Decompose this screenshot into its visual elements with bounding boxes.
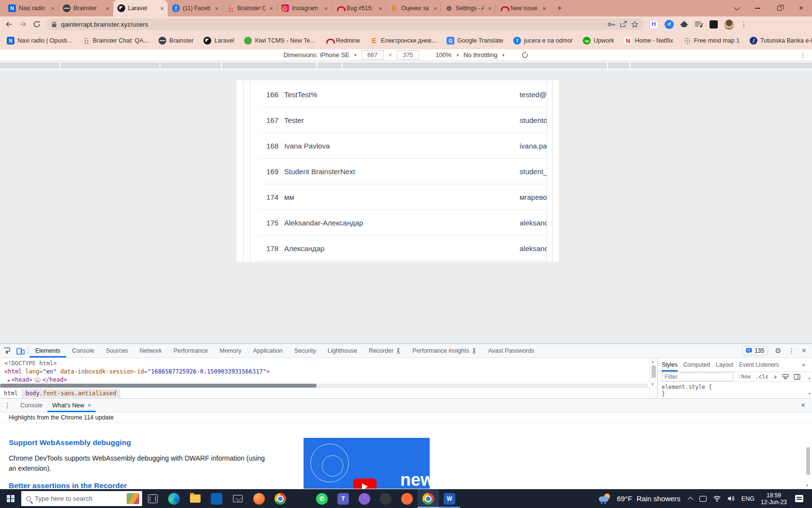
- password-key-icon[interactable]: [608, 22, 616, 27]
- elements-dom-tree[interactable]: <!DOCTYPE html> <html lang="en" data-inb…: [0, 358, 649, 398]
- toggle-hover-state-button[interactable]: :hov: [738, 374, 751, 380]
- start-button[interactable]: [0, 489, 21, 508]
- horizontal-scrollbar[interactable]: [0, 384, 648, 388]
- devtools-tab-performance-insights[interactable]: Performance insights: [406, 344, 482, 358]
- bookmark-item[interactable]: GGoogle Translate: [447, 37, 503, 45]
- breadcrumb-html[interactable]: html: [0, 390, 22, 397]
- volume-icon[interactable]: [727, 495, 735, 502]
- bookmark-item[interactable]: Free mind map 1: [683, 37, 740, 45]
- tab-event-listeners[interactable]: Event Listeners: [739, 361, 779, 368]
- drawer-kebab-icon[interactable]: ⋮: [4, 402, 11, 409]
- devtools-tab-memory[interactable]: Memory: [214, 344, 247, 358]
- drawer-scrollbar[interactable]: ▾: [805, 438, 811, 488]
- taskbar-app-dark[interactable]: [375, 489, 396, 508]
- close-icon[interactable]: ×: [214, 5, 219, 12]
- bookmark-item[interactable]: fjucera e na odmor: [513, 37, 573, 45]
- article-link-webassembly[interactable]: Support WebAssembly debugging: [9, 438, 131, 447]
- close-icon[interactable]: ×: [159, 5, 165, 12]
- close-icon[interactable]: ×: [432, 5, 438, 12]
- playlist-icon[interactable]: [695, 21, 703, 28]
- taskbar-app-word[interactable]: W: [439, 489, 460, 508]
- scroll-down-arrow-icon[interactable]: ▾: [806, 483, 809, 488]
- close-icon[interactable]: ×: [104, 5, 110, 12]
- browser-tab-active[interactable]: Laravel×: [113, 0, 168, 16]
- tray-chevron-up-icon[interactable]: [688, 496, 693, 502]
- device-toolbar-kebab-icon[interactable]: ⋮: [799, 51, 806, 59]
- bookmark-item[interactable]: Brainster: [159, 37, 193, 45]
- devtools-tab-performance[interactable]: Performance: [168, 344, 214, 358]
- profile-avatar[interactable]: [724, 19, 734, 30]
- tab-styles[interactable]: Styles: [662, 358, 678, 372]
- zoom-select[interactable]: 100%: [435, 51, 451, 59]
- device-toolbar-toggle-icon[interactable]: [14, 344, 27, 358]
- bookmark-item[interactable]: Brainster Chat: QA...: [82, 37, 148, 45]
- bookmark-item[interactable]: EЕлектронски днев...: [370, 37, 436, 45]
- devtools-settings-gear-icon[interactable]: ⚙: [775, 346, 781, 355]
- device-dimensions-select[interactable]: Dimensions: iPhone SE: [283, 51, 349, 59]
- bookmark-item[interactable]: NHome - Netflix: [624, 37, 673, 45]
- browser-tab[interactable]: Brainster×: [58, 0, 113, 16]
- viewport-width-input[interactable]: [362, 50, 384, 60]
- browser-menu-kebab-icon[interactable]: ⋮: [740, 20, 747, 28]
- weather-widget[interactable]: 69°F Rain showers: [599, 493, 681, 504]
- search-decoration-image[interactable]: [127, 493, 139, 504]
- browser-tab[interactable]: NNaxi radio | Op×: [4, 0, 58, 16]
- more-tabs-chevron-icon[interactable]: »: [802, 361, 805, 368]
- close-icon[interactable]: ×: [87, 402, 91, 409]
- close-icon[interactable]: ×: [323, 5, 329, 12]
- bookmark-item[interactable]: NNaxi radio | Opusti...: [7, 37, 72, 45]
- devtools-kebab-icon[interactable]: ⋮: [788, 347, 795, 355]
- taskbar-app-chrome[interactable]: [270, 489, 291, 508]
- media-query-bar[interactable]: [0, 61, 812, 70]
- viewport-height-input[interactable]: [397, 50, 419, 60]
- browser-tab[interactable]: f(11) Facebook×: [168, 0, 222, 16]
- extension-h-icon[interactable]: H: [649, 20, 658, 29]
- browser-tab[interactable]: New issue - In×: [495, 0, 550, 16]
- devtools-tab-recorder[interactable]: Recorder: [363, 344, 406, 358]
- extensions-puzzle-icon[interactable]: [680, 20, 688, 29]
- taskbar-app-edge[interactable]: [163, 489, 185, 508]
- collapsed-content-button[interactable]: …: [34, 377, 41, 383]
- address-bar[interactable]: qainterrapt.brainster.xyz/users: [46, 18, 643, 30]
- taskbar-app-whatsapp[interactable]: ✆: [311, 489, 333, 508]
- scroll-up-arrow-icon[interactable]: ▴: [808, 375, 811, 380]
- bookmark-item[interactable]: upUpwork: [583, 37, 614, 45]
- extension-rf-icon[interactable]: rf: [665, 20, 674, 29]
- devtools-tab-security[interactable]: Security: [289, 344, 322, 358]
- devtools-tab-sources[interactable]: Sources: [100, 344, 134, 358]
- bookmark-star-icon[interactable]: [631, 21, 638, 28]
- devtools-tab-lighthouse[interactable]: Lighthouse: [322, 344, 363, 358]
- taskbar-app-orange[interactable]: [248, 489, 270, 508]
- taskbar-app-mail[interactable]: [227, 489, 248, 508]
- browser-tab[interactable]: EОценки за ус×: [386, 0, 441, 16]
- tab-search-chevron-icon[interactable]: [725, 0, 747, 16]
- devtools-tab-avast-passwords[interactable]: Avast Passwords: [482, 344, 540, 358]
- element-style-rule[interactable]: element.style {: [662, 384, 808, 390]
- table-row[interactable]: 167Testerstudento: [260, 107, 547, 133]
- browser-tab[interactable]: Bug #515: [At×: [332, 0, 386, 16]
- share-icon[interactable]: [620, 21, 627, 28]
- inspect-element-icon[interactable]: [0, 344, 14, 358]
- restore-button[interactable]: [768, 0, 790, 16]
- article-link-recorder[interactable]: Better assertions in the Recorder: [9, 481, 127, 489]
- bookmark-item[interactable]: Redmine: [325, 37, 360, 45]
- browser-tab[interactable]: ⚙Settings - Abo×: [441, 0, 495, 16]
- table-row[interactable]: 178Александарaleksand: [260, 236, 547, 261]
- table-row[interactable]: 166TestTest%tested@: [260, 82, 547, 107]
- notification-center-icon[interactable]: [795, 495, 803, 502]
- table-row[interactable]: 168Ivana Pavlovaivana.pa: [260, 133, 547, 159]
- scrollbar-thumb[interactable]: [806, 447, 810, 475]
- taskbar-app-planet[interactable]: [354, 489, 375, 508]
- minimize-button[interactable]: [747, 0, 768, 16]
- rotate-viewport-icon[interactable]: [519, 49, 530, 60]
- style-rules[interactable]: element.style { }: [658, 382, 812, 399]
- taskbar-app-chrome-active[interactable]: [418, 489, 439, 508]
- close-icon[interactable]: ×: [487, 5, 493, 12]
- scrollbar-thumb[interactable]: [0, 384, 317, 388]
- close-icon[interactable]: ×: [268, 5, 274, 12]
- extension-dark-icon[interactable]: [710, 20, 718, 29]
- reload-icon[interactable]: [33, 20, 41, 28]
- wifi-icon[interactable]: [713, 495, 721, 502]
- browser-tab[interactable]: Instagram • C×: [277, 0, 332, 16]
- scroll-down-arrow-icon[interactable]: ▾: [652, 382, 654, 387]
